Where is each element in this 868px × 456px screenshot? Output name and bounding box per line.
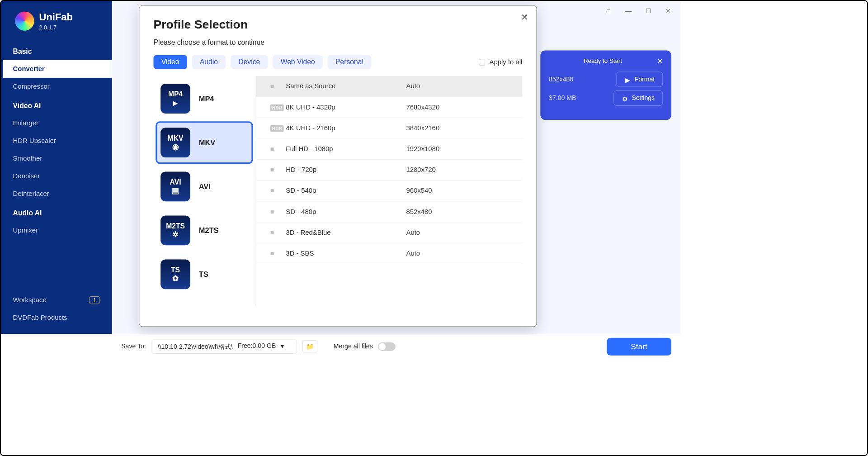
nav-workspace[interactable]: Workspace 1: [1, 291, 112, 309]
tab-audio[interactable]: Audio: [192, 55, 226, 69]
resolution-value: Auto: [406, 250, 420, 257]
modal-close-icon[interactable]: ✕: [521, 12, 528, 23]
settings-button[interactable]: ⚙ Settings: [613, 90, 663, 106]
resolution-name: 3D - Red&Blue: [286, 228, 406, 236]
resolution-name: HD - 720p: [286, 166, 406, 174]
tab-web-video[interactable]: Web Video: [273, 55, 322, 69]
apply-to-all[interactable]: Apply to all: [479, 58, 522, 66]
format-item-avi[interactable]: AVI▤ AVI: [156, 165, 253, 208]
workspace-badge: 1: [89, 296, 100, 304]
minimize-icon[interactable]: —: [625, 7, 632, 14]
modal-title: Profile Selection: [153, 18, 522, 32]
task-panel: Ready to Start ✕ 852x480 ▶ Format 37.00 …: [540, 51, 671, 120]
task-size: 37.00 MB: [549, 95, 576, 102]
resolution-row[interactable]: HDR8K UHD - 4320p7680x4320: [256, 97, 523, 118]
task-close-icon[interactable]: ✕: [657, 57, 663, 66]
dropdown-icon[interactable]: ▾: [281, 342, 284, 351]
resolution-value: Auto: [406, 82, 420, 90]
resolution-name: SD - 540p: [286, 187, 406, 195]
save-path-box[interactable]: \\10.10.2.72\video\wf\格式\ Free:0.00 GB ▾: [151, 339, 297, 353]
resolution-value: Auto: [406, 228, 420, 236]
nav-item-upmixer[interactable]: Upmixer: [1, 222, 112, 239]
resolution-name: Same as Source: [286, 82, 406, 90]
bottom-bar: Save To: \\10.10.2.72\video\wf\格式\ Free:…: [112, 335, 680, 358]
folder-icon: 📁: [306, 342, 314, 350]
nav-header-videoai[interactable]: Video AI: [1, 98, 112, 114]
sidebar: UniFab 2.0.1.7 Basic Converter Compresso…: [1, 1, 112, 334]
format-item-m2ts[interactable]: M2TS✲ M2TS: [156, 209, 253, 252]
format-list[interactable]: MP4▸ MP4 MKV◉ MKV AVI▤ AVI M2TS✲ M2TS TS…: [153, 76, 256, 306]
resolution-name: 3D - SBS: [286, 250, 406, 257]
resolution-row[interactable]: ■3D - SBSAuto: [256, 243, 523, 264]
m2ts-icon: M2TS✲: [160, 215, 190, 245]
video-icon: ■: [270, 229, 274, 236]
format-item-ts[interactable]: TS✿ TS: [156, 253, 253, 295]
play-icon: ▶: [625, 76, 631, 82]
tab-video[interactable]: Video: [153, 55, 187, 69]
resolution-value: 1920x1080: [406, 145, 440, 153]
nav-item-compressor[interactable]: Compressor: [1, 78, 112, 95]
format-button[interactable]: ▶ Format: [617, 72, 663, 87]
ts-icon: TS✿: [160, 260, 190, 290]
menu-icon[interactable]: ≡: [605, 7, 613, 14]
format-category-tabs: Video Audio Device Web Video Personal Ap…: [153, 55, 522, 69]
save-to-label: Save To:: [121, 343, 146, 350]
app-logo: UniFab 2.0.1.7: [1, 8, 112, 42]
hdr-badge-icon: HDR: [270, 104, 284, 111]
resolution-name: SD - 480p: [286, 208, 406, 215]
app-version: 2.0.1.7: [39, 24, 73, 31]
format-item-mp4[interactable]: MP4▸ MP4: [156, 77, 253, 120]
tab-personal[interactable]: Personal: [328, 55, 371, 69]
resolution-row[interactable]: ■Full HD - 1080p1920x1080: [256, 139, 523, 160]
task-resolution: 852x480: [549, 76, 573, 83]
merge-label: Merge all files: [334, 343, 373, 350]
resolution-row[interactable]: HDR4K UHD - 2160p3840x2160: [256, 118, 523, 138]
hdr-badge-icon: HDR: [270, 125, 284, 132]
nav-item-deinterlacer[interactable]: Deinterlacer: [1, 185, 112, 203]
free-space: Free:0.00 GB: [238, 342, 276, 351]
resolution-value: 1280x720: [406, 166, 436, 174]
app-name: UniFab: [39, 11, 73, 23]
resolution-row[interactable]: ■SD - 540p960x540: [256, 180, 523, 201]
resolution-row[interactable]: ■HD - 720p1280x720: [256, 160, 523, 180]
nav-item-converter[interactable]: Converter: [1, 60, 112, 78]
ready-label: Ready to Start: [584, 57, 622, 65]
tab-device[interactable]: Device: [231, 55, 268, 69]
video-icon: ■: [270, 187, 274, 194]
nav-dvdfab-products[interactable]: DVDFab Products: [1, 309, 112, 327]
close-window-icon[interactable]: ✕: [664, 7, 672, 14]
resolution-value: 7680x4320: [406, 103, 440, 111]
resolution-row[interactable]: ■SD - 480p852x480: [256, 201, 523, 222]
workspace-label: Workspace: [13, 296, 47, 304]
nav-item-smoother[interactable]: Smoother: [1, 150, 112, 167]
save-path: \\10.10.2.72\video\wf\格式\: [158, 342, 233, 351]
modal-subtitle: Please choose a format to continue: [153, 38, 522, 47]
format-item-mkv[interactable]: MKV◉ MKV: [156, 121, 253, 164]
browse-folder-button[interactable]: 📁: [302, 340, 317, 353]
avi-icon: AVI▤: [160, 171, 190, 201]
logo-icon: [15, 11, 34, 30]
nav-item-denoiser[interactable]: Denoiser: [1, 167, 112, 185]
resolution-row[interactable]: ■3D - Red&BlueAuto: [256, 222, 523, 243]
video-icon: ■: [270, 208, 274, 215]
nav-item-enlarger[interactable]: Enlarger: [1, 114, 112, 132]
apply-label: Apply to all: [490, 58, 523, 66]
resolution-name: Full HD - 1080p: [286, 145, 406, 153]
resolution-value: 852x480: [406, 208, 432, 215]
maximize-icon[interactable]: ☐: [644, 7, 652, 14]
resolution-value: 3840x2160: [406, 124, 440, 132]
video-icon: ■: [270, 82, 274, 90]
resolution-name: 4K UHD - 2160p: [286, 124, 406, 132]
nav-item-hdr-upscaler[interactable]: HDR Upscaler: [1, 132, 112, 150]
resolution-list[interactable]: ■Same as SourceAutoHDR8K UHD - 4320p7680…: [256, 76, 523, 306]
resolution-name: 8K UHD - 4320p: [286, 103, 406, 111]
profile-selection-modal: ✕ Profile Selection Please choose a form…: [139, 5, 537, 327]
video-icon: ■: [270, 250, 274, 257]
start-button[interactable]: Start: [607, 337, 671, 355]
apply-checkbox[interactable]: [479, 59, 485, 65]
merge-toggle[interactable]: [378, 342, 396, 351]
resolution-row[interactable]: ■Same as SourceAuto: [256, 76, 523, 97]
nav-header-basic[interactable]: Basic: [1, 43, 112, 60]
nav-header-audioai[interactable]: Audio AI: [1, 205, 112, 222]
gear-icon: ⚙: [622, 95, 628, 101]
